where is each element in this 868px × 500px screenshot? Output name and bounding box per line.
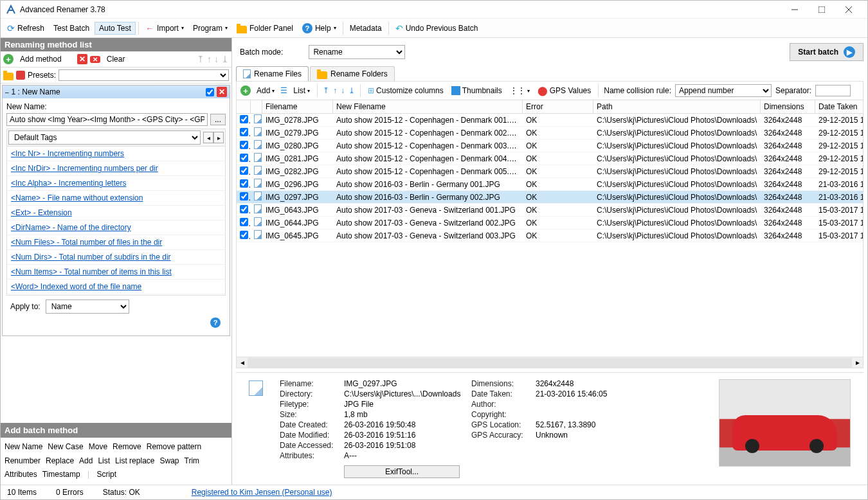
move-down-icon[interactable]: ↓	[214, 54, 219, 64]
batch-method-swap[interactable]: Swap	[159, 456, 179, 465]
tag-link[interactable]: <Inc Nr> - Incrementing numbers	[7, 147, 225, 161]
batch-method-remove-pattern[interactable]: Remove pattern	[147, 442, 201, 451]
col-dimensions[interactable]: Dimensions	[761, 100, 815, 113]
thumbnails-button[interactable]: Thumbnails	[449, 85, 504, 96]
tag-link[interactable]: <Num Dirs> - Total number of subdirs in …	[7, 250, 225, 265]
row-checkbox[interactable]	[240, 128, 248, 136]
method-enable-checkbox[interactable]	[206, 88, 214, 96]
save-preset-icon[interactable]	[16, 71, 25, 80]
move-up-icon[interactable]: ↑	[207, 54, 212, 64]
horizontal-scrollbar[interactable]: ◂▸	[237, 357, 863, 368]
collision-dropdown[interactable]: Append number	[675, 84, 772, 97]
refresh-button[interactable]: ⟳Refresh	[3, 22, 48, 35]
browse-tags-button[interactable]: ...	[210, 114, 226, 125]
move-bottom-icon[interactable]: ⤓	[348, 86, 355, 95]
tag-link[interactable]: <Name> - File name without extension	[7, 191, 225, 206]
minimize-button[interactable]	[781, 1, 808, 18]
list-button[interactable]: List▾	[291, 85, 312, 96]
program-button[interactable]: Program▾	[189, 22, 231, 34]
registration-link[interactable]: Registered to Kim Jensen (Personal use)	[192, 488, 332, 497]
table-row[interactable]: IMG_0645.JPG Auto show 2017-03 - Geneva …	[237, 229, 863, 242]
auto-test-button[interactable]: Auto Test	[95, 22, 136, 35]
col-new-filename[interactable]: New Filename	[333, 100, 523, 113]
remove-method-button[interactable]: ✕	[217, 87, 227, 97]
row-checkbox[interactable]	[240, 154, 248, 162]
gps-values-button[interactable]: ⬤GPS Values	[536, 84, 593, 97]
col-filename[interactable]: Filename	[262, 100, 333, 113]
close-button[interactable]	[835, 1, 862, 18]
customize-columns-button[interactable]: ⊞Customize columns	[366, 85, 446, 96]
batch-method-new-name[interactable]: New Name	[5, 442, 42, 451]
batch-method-new-case[interactable]: New Case	[48, 442, 83, 451]
row-checkbox[interactable]	[240, 218, 248, 226]
row-checkbox[interactable]	[240, 141, 248, 149]
separator-input[interactable]	[815, 85, 851, 96]
row-checkbox[interactable]	[240, 231, 248, 239]
folder-panel-button[interactable]: Folder Panel	[233, 22, 297, 34]
import-button[interactable]: ←Import▾	[141, 22, 188, 35]
table-row[interactable]: IMG_0644.JPG Auto show 2017-03 - Geneva …	[237, 217, 863, 229]
row-checkbox[interactable]	[240, 166, 248, 175]
metadata-button[interactable]: Metadata	[346, 22, 386, 34]
batch-method-list-replace[interactable]: List replace	[115, 456, 154, 465]
maximize-button[interactable]	[808, 1, 835, 18]
tab-rename-folders[interactable]: Rename Folders	[310, 66, 395, 81]
table-row[interactable]: IMG_0296.JPG Auto show 2016-03 - Berlin …	[237, 178, 863, 191]
help-button[interactable]: ?Help▾	[298, 22, 340, 35]
table-row[interactable]: IMG_0279.JPG Auto show 2015-12 - Copenha…	[237, 127, 863, 139]
start-batch-button[interactable]: Start batch ▶	[790, 43, 863, 61]
move-top-icon[interactable]: ⤒	[197, 54, 204, 64]
row-checkbox[interactable]	[240, 179, 248, 188]
batch-method-move[interactable]: Move	[89, 442, 107, 451]
delete-icon[interactable]: ✕	[77, 54, 87, 64]
tag-link[interactable]: <Num Items> - Total number of items in t…	[7, 265, 225, 280]
display-options-button[interactable]: ⋮⋮▾	[508, 85, 532, 96]
tag-link[interactable]: <Num Files> - Total number of files in t…	[7, 235, 225, 250]
batch-method-remove[interactable]: Remove	[113, 442, 141, 451]
table-row[interactable]: IMG_0643.JPG Auto show 2017-03 - Geneva …	[237, 204, 863, 217]
move-up-icon[interactable]: ↑	[333, 86, 337, 95]
tags-next-button[interactable]: ▸	[213, 132, 224, 143]
table-row[interactable]: IMG_0278.JPG Auto show 2015-12 - Copenha…	[237, 114, 863, 127]
batch-method-script[interactable]: Script	[96, 470, 116, 479]
table-row[interactable]: IMG_0280.JPG Auto show 2015-12 - Copenha…	[237, 139, 863, 152]
presets-dropdown[interactable]	[59, 69, 229, 81]
move-down-icon[interactable]: ↓	[341, 86, 345, 95]
method-help-icon[interactable]: ?	[210, 317, 221, 328]
add-files-button[interactable]: Add▾	[255, 85, 276, 96]
col-path[interactable]: Path	[593, 100, 761, 113]
batch-method-renumber[interactable]: Renumber	[5, 456, 41, 465]
tag-link[interactable]: <Word> Indexed word of the file name	[7, 280, 225, 294]
batch-mode-dropdown[interactable]: Rename	[309, 45, 405, 59]
batch-method-list[interactable]: List	[98, 456, 110, 465]
row-checkbox[interactable]	[240, 205, 248, 213]
batch-method-trim[interactable]: Trim	[185, 456, 200, 465]
batch-method-replace[interactable]: Replace	[46, 456, 74, 465]
tags-prev-button[interactable]: ◂	[203, 132, 213, 143]
add-method-button[interactable]: Add method	[16, 53, 66, 65]
row-checkbox[interactable]	[240, 115, 248, 123]
default-tags-dropdown[interactable]: Default Tags	[8, 130, 201, 145]
row-checkbox[interactable]	[240, 192, 248, 201]
table-row[interactable]: IMG_0282.JPG Auto show 2015-12 - Copenha…	[237, 165, 863, 178]
batch-method-add[interactable]: Add	[79, 456, 93, 465]
col-error[interactable]: Error	[523, 100, 593, 113]
table-row[interactable]: IMG_0281.JPG Auto show 2015-12 - Copenha…	[237, 152, 863, 165]
col-datetaken[interactable]: Date Taken	[815, 100, 863, 113]
test-batch-button[interactable]: Test Batch	[50, 22, 93, 34]
batch-method-attributes[interactable]: Attributes	[5, 470, 37, 479]
tag-link[interactable]: <Inc Alpha> - Incrementing letters	[7, 176, 225, 191]
apply-to-dropdown[interactable]: Name	[46, 299, 129, 314]
tag-link[interactable]: <DirName> - Name of the directory	[7, 220, 225, 235]
move-top-icon[interactable]: ⤒	[323, 86, 329, 95]
clear-button[interactable]: Clear	[103, 53, 129, 65]
exiftool-button[interactable]: ExifTool...	[344, 465, 460, 478]
tag-link[interactable]: <Ext> - Extension	[7, 206, 225, 220]
tab-rename-files[interactable]: Rename Files	[236, 66, 309, 81]
undo-button[interactable]: ↶Undo Previous Batch	[392, 22, 482, 35]
table-row[interactable]: IMG_0297.JPG Auto show 2016-03 - Berlin …	[237, 191, 863, 204]
batch-method-timestamp[interactable]: Timestamp	[42, 470, 80, 479]
move-bottom-icon[interactable]: ⤓	[221, 54, 229, 64]
tag-link[interactable]: <Inc NrDir> - Incrementing numbers per d…	[7, 161, 225, 176]
new-name-input[interactable]	[6, 113, 208, 126]
